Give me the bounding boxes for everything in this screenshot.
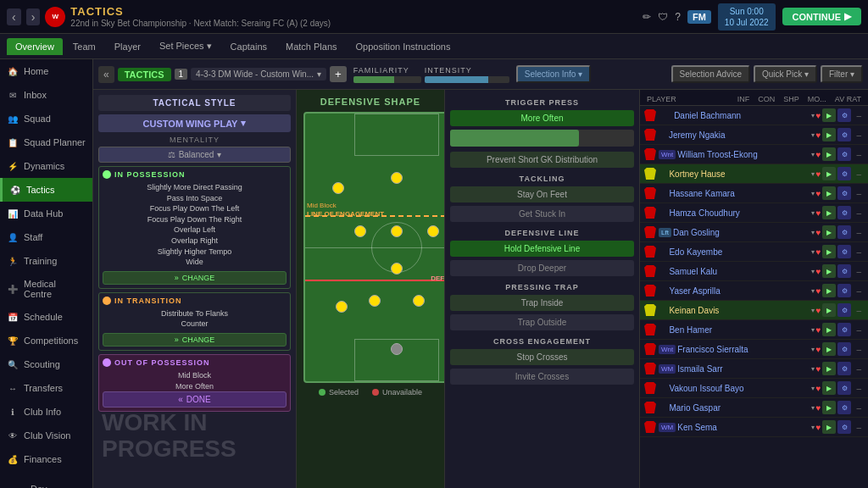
heart-icon[interactable]: ♥ [816,364,821,374]
formation-selector[interactable]: 4-3-3 DM Wide - Custom Win... ▾ [191,68,326,80]
player-name[interactable]: Hamza Choudhury [669,208,809,218]
player-name[interactable]: Hassane Kamara [669,189,809,198]
shield-icon[interactable]: 🛡 [658,11,668,23]
heart-icon[interactable]: ♥ [816,267,821,276]
dropdown-arrow-icon[interactable]: ▾ [811,151,815,158]
dropdown-arrow-icon[interactable]: ▾ [811,385,815,392]
sidebar-item-squad-planner[interactable]: 📋 Squad Planner [0,130,92,154]
sidebar-item-medical[interactable]: ➕ Medical Centre [0,273,92,305]
player-name[interactable]: Ismaila Sarr [677,364,809,374]
heart-icon[interactable]: ♥ [816,169,821,179]
player-name[interactable]: Ken Sema [677,423,809,432]
sidebar-item-finances[interactable]: 💰 Finances [0,447,92,471]
action-btn-blue[interactable]: ⚙ [837,186,851,200]
tab-captains[interactable]: Captains [222,38,275,55]
heart-icon[interactable]: ♥ [816,208,821,218]
tab-overview[interactable]: Overview [7,38,63,55]
action-btn-green[interactable]: ▶ [822,167,836,180]
tab-set-pieces[interactable]: Set Pieces ▾ [151,37,220,55]
forward-button[interactable]: › [26,8,41,25]
heart-icon[interactable]: ♥ [816,286,821,296]
action-btn-green[interactable]: ▶ [822,420,836,434]
dropdown-arrow-icon[interactable]: ▾ [811,404,815,412]
action-btn-blue[interactable]: ⚙ [837,264,851,278]
action-btn-blue[interactable]: ⚙ [837,303,851,317]
collapse-button[interactable]: « [98,66,114,83]
edit-icon[interactable]: ✏ [643,11,651,23]
done-button[interactable]: « DONE [103,391,287,408]
sidebar-item-training[interactable]: 🏃 Training [0,249,92,273]
action-btn-blue[interactable]: ⚙ [837,206,851,219]
back-button[interactable]: ‹ [7,8,21,25]
action-btn-green[interactable]: ▶ [822,264,836,278]
sidebar-item-competitions[interactable]: 🏆 Competitions [0,329,92,352]
heart-icon[interactable]: ♥ [816,130,821,140]
sidebar-item-staff[interactable]: 👤 Staff [0,225,92,249]
mentality-select[interactable]: ⚖ Balanced ▾ [98,147,291,163]
action-btn-blue[interactable]: ⚙ [837,245,851,258]
sidebar-item-dev-centre[interactable]: 🌱 Dev. Centre [7,478,86,488]
tab-team[interactable]: Team [64,38,104,55]
action-btn-blue[interactable]: ⚙ [837,323,851,336]
change-transition-button[interactable]: » CHANGE [103,333,287,347]
player-name[interactable]: Francisco Sierralta [677,345,809,354]
player-name[interactable]: Mario Gaspar [669,403,809,413]
dropdown-arrow-icon[interactable]: ▾ [811,112,815,119]
sidebar-item-inbox[interactable]: ✉ Inbox [0,83,92,107]
action-btn-blue[interactable]: ⚙ [837,167,851,180]
action-btn-green[interactable]: ▶ [822,108,836,122]
action-btn-green[interactable]: ▶ [822,362,836,375]
action-btn-blue[interactable]: ⚙ [837,342,851,356]
sidebar-item-squad[interactable]: 👥 Squad [0,107,92,130]
quick-pick-button[interactable]: Quick Pick ▾ [754,65,817,83]
sidebar-item-transfers[interactable]: ↔ Transfers [0,376,92,400]
action-btn-blue[interactable]: ⚙ [837,147,851,161]
change-possession-button[interactable]: » CHANGE [103,271,287,285]
action-btn-green[interactable]: ▶ [822,147,836,161]
dropdown-arrow-icon[interactable]: ▾ [811,248,815,256]
action-btn-green[interactable]: ▶ [822,206,836,219]
player-name[interactable]: Kortney Hause [669,169,809,179]
player-name[interactable]: Dan Gosling [673,228,810,237]
selection-info-button[interactable]: Selection Info ▾ [516,65,591,83]
dropdown-arrow-icon[interactable]: ▾ [811,424,815,431]
sidebar-item-schedule[interactable]: 📅 Schedule [0,305,92,329]
player-name[interactable]: Edo Kayembe [669,247,809,257]
dropdown-arrow-icon[interactable]: ▾ [811,326,815,334]
heart-icon[interactable]: ♥ [816,345,821,354]
heart-icon[interactable]: ♥ [816,306,821,315]
dropdown-arrow-icon[interactable]: ▾ [811,307,815,314]
heart-icon[interactable]: ♥ [816,384,821,393]
dropdown-arrow-icon[interactable]: ▾ [811,287,815,295]
heart-icon[interactable]: ♥ [816,423,821,432]
sidebar-item-club-info[interactable]: ℹ Club Info [0,400,92,424]
action-btn-green[interactable]: ▶ [822,401,836,414]
sidebar-item-home[interactable]: 🏠 Home [0,59,92,83]
action-btn-green[interactable]: ▶ [822,323,836,336]
continue-button[interactable]: CONTINUE ▶ [782,8,861,25]
player-name[interactable]: Ben Hamer [669,325,809,335]
action-btn-green[interactable]: ▶ [822,303,836,317]
tab-player[interactable]: Player [106,38,149,55]
tab-match-plans[interactable]: Match Plans [277,38,346,55]
player-name[interactable]: Keinan Davis [669,306,809,315]
action-btn-green[interactable]: ▶ [822,225,836,239]
heart-icon[interactable]: ♥ [816,247,821,257]
dropdown-arrow-icon[interactable]: ▾ [811,190,815,197]
heart-icon[interactable]: ♥ [816,403,821,413]
action-btn-blue[interactable]: ⚙ [837,284,851,297]
player-name[interactable]: Vakoun Issouf Bayo [669,384,809,393]
sidebar-item-club-vision[interactable]: 👁 Club Vision [0,424,92,447]
action-btn-blue[interactable]: ⚙ [837,401,851,414]
player-name[interactable]: Jeremy Ngakia [669,130,810,140]
selection-advice-button[interactable]: Selection Advice [671,65,750,83]
action-btn-blue[interactable]: ⚙ [837,362,851,375]
add-formation-button[interactable]: + [330,66,347,82]
action-btn-green[interactable]: ▶ [822,284,836,297]
heart-icon[interactable]: ♥ [816,228,821,237]
player-name[interactable]: Daniel Bachmann [674,111,809,120]
action-btn-green[interactable]: ▶ [822,245,836,258]
action-btn-green[interactable]: ▶ [822,342,836,356]
action-btn-green[interactable]: ▶ [822,128,836,141]
heart-icon[interactable]: ♥ [816,325,821,335]
